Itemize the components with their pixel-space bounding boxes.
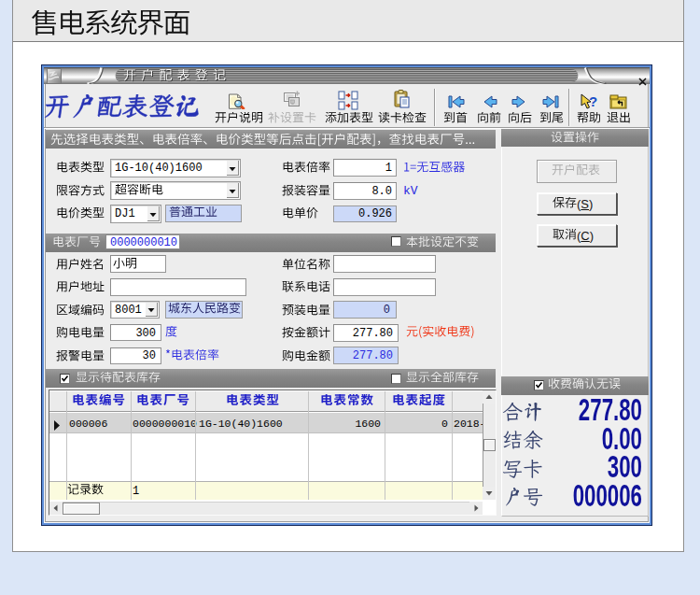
svg-text:?: ?: [589, 93, 597, 109]
